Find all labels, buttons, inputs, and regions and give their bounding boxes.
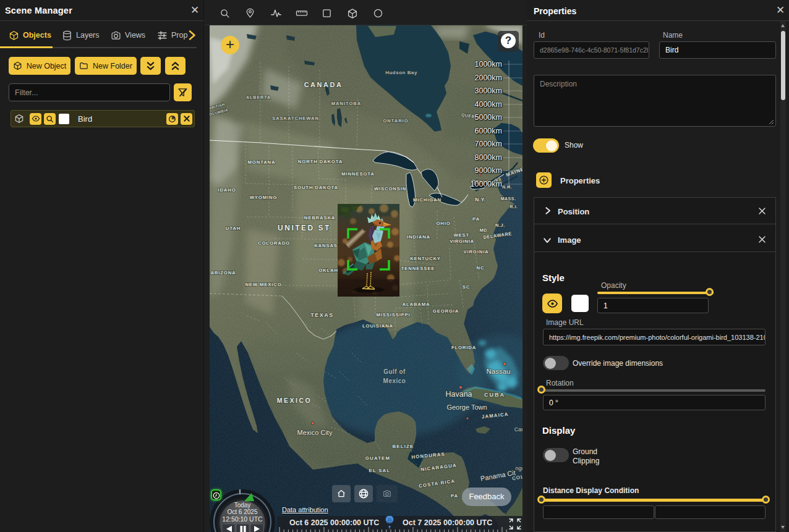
svg-text:MEXICO: MEXICO [277, 397, 312, 404]
svg-text:Today: Today [234, 502, 251, 509]
svg-text:BELIZE: BELIZE [393, 444, 414, 449]
svg-text:GUATEM: GUATEM [365, 455, 390, 461]
svg-text:NORTH DAKOTA: NORTH DAKOTA [298, 159, 343, 164]
svg-text:ngo: ngo [515, 465, 522, 471]
svg-text:Hudson Bay: Hudson Bay [385, 70, 417, 75]
svg-text:N.J.: N.J. [495, 222, 505, 228]
svg-text:R.I.: R.I. [510, 205, 518, 209]
svg-text:VIRGINIA: VIRGINIA [463, 249, 488, 255]
svg-text:INDIANA: INDIANA [407, 234, 430, 240]
svg-text:SC: SC [463, 284, 470, 290]
svg-text:EL SAL: EL SAL [369, 468, 391, 473]
svg-text:12:50:10 UTC: 12:50:10 UTC [222, 515, 263, 523]
svg-text:MICHIGAN: MICHIGAN [413, 197, 441, 203]
svg-text:Mexico: Mexico [383, 378, 406, 384]
svg-text:TEXAS: TEXAS [310, 312, 334, 318]
svg-text:George Town: George Town [446, 403, 487, 411]
svg-text:UTAH: UTAH [226, 226, 241, 231]
svg-text:ARIZONA: ARIZONA [210, 270, 236, 276]
svg-text:NC: NC [477, 265, 485, 271]
svg-text:ALBERTA: ALBERTA [246, 95, 271, 99]
svg-text:N.H.: N.H. [502, 185, 512, 189]
svg-text:NEW MEXICO: NEW MEXICO [245, 282, 281, 287]
svg-text:SOUTH DAKOTA: SOUTH DAKOTA [294, 185, 338, 190]
svg-text:TENNESSEE: TENNESSEE [401, 266, 435, 271]
svg-text:OKLAH: OKLAH [318, 268, 338, 273]
svg-text:COLORADO: COLORADO [258, 240, 290, 246]
svg-text:IDAHO: IDAHO [218, 187, 236, 193]
svg-text:NEBRASKA: NEBRASKA [304, 215, 336, 221]
svg-text:MONTANA: MONTANA [248, 159, 276, 165]
svg-text:KANSAS: KANSAS [314, 243, 338, 248]
svg-text:LOUISIANA: LOUISIANA [362, 323, 393, 329]
svg-text:Oct 6 2025: Oct 6 2025 [228, 509, 258, 515]
svg-text:Car: Car [514, 426, 522, 433]
svg-text:Mexico City: Mexico City [297, 429, 333, 436]
svg-text:N.Y.: N.Y. [475, 196, 486, 203]
svg-text:SASKATCHEWAN: SASKATCHEWAN [272, 116, 319, 121]
svg-text:ALABAMA: ALABAMA [402, 302, 430, 307]
svg-text:PA: PA [472, 216, 480, 222]
svg-text:Havana: Havana [445, 390, 472, 399]
svg-text:VIRGINIA: VIRGINIA [450, 239, 474, 244]
svg-text:MASS.: MASS. [501, 196, 516, 201]
svg-text:MINNESOTA: MINNESOTA [341, 171, 374, 177]
svg-text:Gulf of: Gulf of [383, 368, 406, 375]
svg-text:UNITED ST: UNITED ST [278, 224, 331, 232]
svg-text:WEST: WEST [453, 232, 469, 238]
svg-text:WISCONSIN: WISCONSIN [374, 186, 406, 192]
svg-text:CANADA: CANADA [304, 81, 343, 88]
svg-text:ONTARIO: ONTARIO [383, 118, 408, 124]
svg-text:FLORIDA: FLORIDA [451, 345, 476, 350]
svg-text:MD.: MD. [479, 227, 488, 233]
svg-text:MANITOBA: MANITOBA [331, 101, 361, 106]
svg-text:GEORGIA: GEORGIA [433, 308, 459, 314]
svg-text:WYOMING: WYOMING [250, 195, 278, 200]
svg-text:OHIO: OHIO [436, 221, 450, 226]
svg-text:Nassau: Nassau [487, 368, 511, 375]
svg-text:KENTUCKY: KENTUCKY [410, 256, 441, 261]
svg-text:MISSISSIPPI: MISSISSIPPI [376, 312, 410, 318]
svg-text:CUBA: CUBA [484, 392, 505, 398]
svg-text:PA: PA [451, 493, 458, 499]
